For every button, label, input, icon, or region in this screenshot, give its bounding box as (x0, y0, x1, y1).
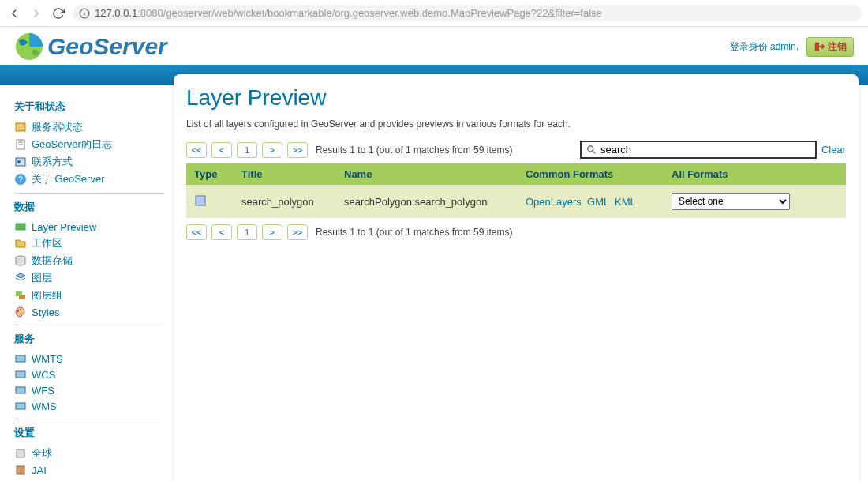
svg-rect-25 (17, 466, 24, 474)
pager-prev[interactable]: < (211, 142, 232, 158)
folder-icon (14, 237, 27, 250)
sidebar-item-server-status[interactable]: 服务器状态 (14, 118, 167, 136)
svg-rect-14 (16, 224, 25, 230)
url-text: 127.0.0.1:8080/geoserver/web/wicket/book… (95, 7, 602, 19)
service-icon (14, 368, 27, 381)
brand-text: GeoServer (47, 33, 167, 60)
pager-last[interactable]: >> (287, 224, 308, 240)
kml-link[interactable]: KML (615, 196, 636, 208)
layer-group-icon (14, 289, 27, 302)
pager-top: << < 1 > >> Results 1 to 1 (out of 1 mat… (186, 141, 846, 159)
database-icon (14, 254, 27, 267)
pager-page[interactable]: 1 (237, 224, 257, 240)
svg-point-11 (17, 160, 21, 163)
sidebar-section-data: 数据 (14, 200, 167, 214)
pager-last[interactable]: >> (287, 142, 308, 158)
globe-icon (14, 32, 44, 62)
sidebar-section-settings: 设置 (14, 426, 167, 440)
svg-rect-20 (16, 355, 25, 362)
pager-prev[interactable]: < (211, 224, 232, 240)
pager-first[interactable]: << (186, 142, 207, 158)
svg-text:?: ? (18, 175, 23, 184)
col-title[interactable]: Title (234, 163, 336, 185)
pager-next[interactable]: > (262, 142, 282, 158)
service-icon (14, 352, 27, 365)
pager-page[interactable]: 1 (237, 142, 257, 158)
openlayers-link[interactable]: OpenLayers (526, 196, 582, 208)
sidebar: 关于和状态 服务器状态 GeoServer的日志 联系方式 ?关于 GeoSer… (0, 85, 174, 481)
sidebar-item-layer-preview[interactable]: Layer Preview (14, 219, 167, 235)
pager-next[interactable]: > (262, 224, 282, 240)
sidebar-item-wmts[interactable]: WMTS (14, 351, 167, 366)
col-name[interactable]: Name (336, 163, 518, 185)
svg-rect-23 (16, 403, 25, 409)
sidebar-item-wms[interactable]: WMS (14, 398, 167, 414)
back-button[interactable] (6, 6, 22, 21)
status-icon (14, 121, 27, 133)
settings-icon (14, 447, 27, 460)
svg-rect-29 (196, 196, 205, 205)
svg-point-27 (588, 145, 593, 151)
svg-rect-4 (815, 43, 819, 51)
search-icon (586, 145, 597, 156)
gml-link[interactable]: GML (587, 196, 609, 208)
sidebar-item-global[interactable]: 全球 (14, 445, 167, 462)
sidebar-item-layers[interactable]: 图层 (14, 269, 167, 287)
layer-preview-icon (14, 220, 27, 233)
svg-rect-6 (17, 126, 24, 126)
contact-icon (14, 156, 27, 168)
format-select[interactable]: Select one (672, 193, 790, 210)
svg-point-19 (20, 309, 21, 310)
sidebar-item-stores[interactable]: 数据存储 (14, 252, 167, 269)
svg-rect-17 (19, 295, 25, 299)
forward-button[interactable] (28, 6, 44, 21)
sidebar-item-styles[interactable]: Styles (14, 304, 167, 320)
pager-info: Results 1 to 1 (out of 1 matches from 59… (316, 227, 512, 238)
pager-info: Results 1 to 1 (out of 1 matches from 59… (316, 145, 512, 156)
layer-table: Type Title Name Common Formats All Forma… (186, 163, 846, 218)
login-status: 登录身份 admin. (730, 40, 799, 54)
address-bar[interactable]: 127.0.0.1:8080/geoserver/web/wicket/book… (73, 5, 862, 21)
search-box[interactable] (580, 141, 817, 159)
logout-button[interactable]: 注销 (806, 37, 854, 57)
main-content: Layer Preview List of all layers configu… (174, 74, 859, 481)
sidebar-item-layer-groups[interactable]: 图层组 (14, 287, 167, 304)
pager-first[interactable]: << (186, 224, 207, 240)
svg-rect-5 (16, 123, 25, 131)
logout-icon (814, 41, 825, 52)
svg-rect-24 (17, 449, 24, 457)
sidebar-item-workspaces[interactable]: 工作区 (14, 235, 167, 252)
table-row: search_polygon searchPolygon:search_poly… (186, 185, 846, 218)
layers-icon (14, 272, 27, 284)
service-icon (14, 400, 27, 412)
info-icon (79, 8, 90, 19)
row-name: searchPolygon:search_polygon (336, 185, 518, 218)
sidebar-item-wfs[interactable]: WFS (14, 382, 167, 398)
pager-bottom: << < 1 > >> Results 1 to 1 (out of 1 mat… (186, 224, 846, 240)
col-common: Common Formats (518, 163, 664, 185)
palette-icon (14, 306, 27, 318)
clear-link[interactable]: Clear (821, 144, 846, 156)
sidebar-item-about[interactable]: ?关于 GeoServer (14, 171, 167, 188)
logo[interactable]: GeoServer (14, 32, 167, 62)
col-type[interactable]: Type (186, 163, 234, 185)
sidebar-item-logs[interactable]: GeoServer的日志 (14, 136, 167, 153)
sidebar-item-coverage[interactable]: 覆盖率访问 (14, 478, 167, 481)
search-input[interactable] (600, 144, 810, 156)
page-title: Layer Preview (186, 85, 846, 111)
reload-button[interactable] (51, 6, 66, 21)
polygon-type-icon (194, 194, 207, 207)
log-icon (14, 138, 27, 151)
service-icon (14, 384, 27, 396)
sidebar-section-services: 服务 (14, 332, 167, 346)
sidebar-item-wcs[interactable]: WCS (14, 366, 167, 382)
sidebar-item-contact[interactable]: 联系方式 (14, 153, 167, 171)
sidebar-item-jai[interactable]: JAI (14, 462, 167, 478)
page-description: List of all layers configured in GeoServ… (186, 118, 846, 130)
svg-line-28 (593, 150, 596, 153)
svg-point-18 (17, 310, 19, 312)
browser-toolbar: 127.0.0.1:8080/geoserver/web/wicket/book… (0, 0, 868, 27)
row-title: search_polygon (234, 185, 336, 218)
help-icon: ? (14, 173, 27, 186)
svg-rect-22 (16, 387, 25, 393)
